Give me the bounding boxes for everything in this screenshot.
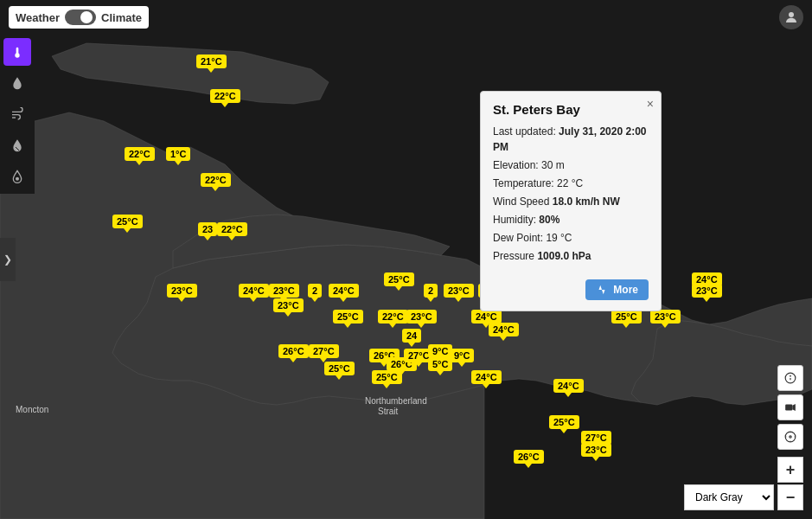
- temp-label-t40[interactable]: 25°C: [372, 370, 402, 384]
- temp-label-t22[interactable]: 23°C: [273, 298, 304, 312]
- popup-temperature: Temperature: 22 °C: [493, 176, 649, 191]
- popup-title: St. Peters Bay: [493, 102, 649, 117]
- temp-label-t4[interactable]: 1°C: [166, 147, 190, 161]
- svg-rect-2: [16, 48, 19, 54]
- temp-label-t45[interactable]: 23°C: [581, 443, 611, 457]
- info-button[interactable]: [777, 365, 803, 391]
- toolbar-btn-wind[interactable]: [3, 100, 31, 128]
- svg-rect-9: [785, 405, 792, 411]
- svg-marker-10: [792, 404, 796, 411]
- toggle-switch[interactable]: [65, 10, 96, 25]
- svg-point-0: [789, 12, 794, 17]
- sidebar-toggle-button[interactable]: ❯: [0, 238, 16, 281]
- popup-wind-speed: Wind Speed 18.0 km/h NW: [493, 194, 649, 209]
- map-container[interactable]: 21°C22°C22°C1°C22°C25°C2322°C25°C23°C24°…: [0, 0, 812, 519]
- map-style-selector[interactable]: Dark Gray Streets Satellite Topographic: [684, 484, 774, 510]
- user-avatar-button[interactable]: [779, 5, 803, 29]
- popup-humidity: Humidity: 80%: [493, 212, 649, 227]
- temp-label-t26[interactable]: 24: [402, 329, 421, 343]
- humidity-value: 80%: [539, 214, 559, 226]
- elevation-value: 30 m: [541, 159, 565, 171]
- map-svg: [0, 0, 812, 519]
- svg-point-11: [785, 432, 796, 442]
- weather-label: Weather: [16, 11, 60, 24]
- map-style-select[interactable]: Dark Gray Streets Satellite Topographic: [684, 484, 774, 510]
- temp-label-t5[interactable]: 22°C: [201, 173, 231, 187]
- elevation-label: Elevation:: [493, 159, 539, 171]
- temp-label-t15[interactable]: 2: [424, 284, 438, 298]
- temp-label-t31[interactable]: 26°C: [278, 344, 309, 358]
- temp-label-t13[interactable]: 2: [308, 284, 322, 298]
- temp-label-t9[interactable]: 25°C: [384, 272, 414, 286]
- humidity-label: Humidity:: [493, 214, 536, 226]
- climate-label: Climate: [101, 11, 142, 24]
- compass-button[interactable]: [777, 424, 803, 450]
- temp-label-t30[interactable]: 23°C: [650, 310, 681, 324]
- toolbar-btn-dewpoint[interactable]: [3, 163, 31, 190]
- temp-label-t14[interactable]: 24°C: [329, 284, 359, 298]
- svg-point-12: [790, 436, 791, 438]
- temp-label-t11[interactable]: 24°C: [239, 284, 269, 298]
- temp-label-t2[interactable]: 22°C: [210, 89, 240, 103]
- temp-label-t27[interactable]: 24°C: [471, 310, 502, 324]
- temp-label-t8[interactable]: 22°C: [217, 222, 247, 236]
- temp-label-t6[interactable]: 25°C: [112, 215, 143, 228]
- temp-label-t3[interactable]: 22°C: [125, 147, 155, 161]
- temp-label-t29[interactable]: 25°C: [611, 310, 642, 324]
- wind-speed-value: 18.0 km/h NW: [553, 195, 620, 208]
- temp-label-t42[interactable]: 24°C: [553, 379, 584, 393]
- temperature-label: Temperature:: [493, 177, 554, 189]
- temp-label-t23[interactable]: 25°C: [333, 310, 363, 324]
- toolbar-btn-precipitation[interactable]: [3, 69, 31, 97]
- toolbar-btn-humidity[interactable]: [3, 131, 31, 159]
- zoom-in-button[interactable]: +: [777, 457, 803, 483]
- temp-label-t25[interactable]: 23°C: [406, 310, 437, 324]
- temp-label-t46[interactable]: 26°C: [514, 450, 544, 464]
- pressure-value: 1009.0 hPa: [537, 250, 591, 262]
- zoom-out-button[interactable]: −: [777, 484, 803, 510]
- header: Weather Climate: [0, 0, 812, 35]
- dew-point-value: 19 °C: [546, 232, 572, 244]
- right-controls: [777, 365, 803, 450]
- temp-label-t41[interactable]: 24°C: [471, 370, 502, 384]
- popup-elevation: Elevation: 30 m: [493, 157, 649, 173]
- dew-point-label: Dew Point:: [493, 232, 543, 244]
- temp-label-t16[interactable]: 23°C: [444, 284, 474, 298]
- popup-dew-point: Dew Point: 19 °C: [493, 230, 649, 246]
- svg-point-4: [16, 177, 19, 180]
- wind-speed-label: Wind Speed: [493, 195, 549, 208]
- popup-pressure: Pressure 1009.0 hPa: [493, 248, 649, 264]
- temp-label-t12[interactable]: 23°C: [269, 284, 299, 298]
- zoom-controls: + −: [777, 457, 803, 510]
- toolbar-btn-temperature[interactable]: [3, 38, 31, 66]
- temp-label-t1[interactable]: 21°C: [196, 54, 227, 68]
- last-updated-label: Last updated:: [493, 125, 556, 138]
- pressure-label: Pressure: [493, 250, 534, 262]
- temp-label-t21[interactable]: 23°C: [692, 284, 722, 298]
- video-button[interactable]: [777, 394, 803, 420]
- temp-label-t24[interactable]: 22°C: [378, 310, 408, 324]
- weather-climate-toggle[interactable]: Weather Climate: [9, 6, 149, 29]
- station-popup: × St. Peters Bay Last updated: July 31, …: [480, 91, 662, 311]
- temp-label-t43[interactable]: 25°C: [549, 415, 579, 429]
- temp-label-t39[interactable]: 9°C: [450, 349, 474, 362]
- temp-label-t28[interactable]: 24°C: [489, 323, 519, 336]
- temp-label-t10[interactable]: 23°C: [167, 284, 197, 298]
- temp-label-t7[interactable]: 23: [198, 222, 217, 236]
- temperature-value: 22 °C: [557, 177, 583, 189]
- popup-close-button[interactable]: ×: [647, 97, 654, 111]
- more-button[interactable]: More: [585, 279, 649, 300]
- temp-label-t33[interactable]: 25°C: [324, 362, 355, 375]
- left-toolbar: [0, 35, 35, 194]
- temp-label-t32[interactable]: 27°C: [309, 344, 339, 358]
- popup-last-updated: Last updated: July 31, 2020 2:00 PM: [493, 124, 649, 155]
